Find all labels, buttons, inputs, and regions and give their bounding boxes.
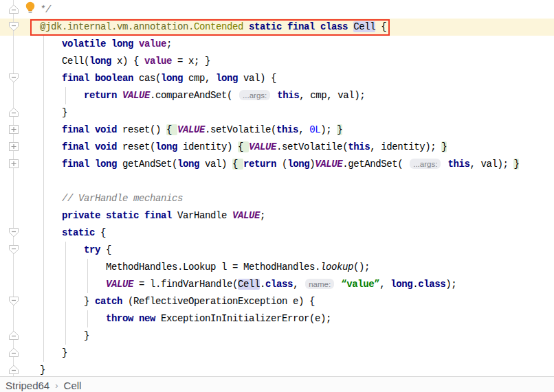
code-token: value: [139, 38, 166, 49]
code-token: val) {: [238, 73, 276, 84]
code-token: throw new: [106, 313, 155, 324]
code-token: private static final: [62, 210, 172, 221]
code-token: [18, 21, 40, 32]
code-token: lookup: [320, 262, 353, 273]
code-token: }: [18, 296, 95, 307]
code-token: x) {: [111, 56, 144, 67]
code-token: [18, 90, 84, 101]
code-token: static final class: [249, 21, 348, 32]
code-token: class: [265, 279, 293, 290]
code-line: try {: [18, 242, 519, 259]
code-token: long: [287, 159, 309, 170]
highlighted-identifier: Cell: [353, 21, 375, 32]
code-line: }: [18, 327, 519, 345]
fold-end-icon[interactable]: [8, 107, 19, 117]
code-line: final boolean cas(long cmp, long val) {: [18, 70, 519, 87]
code-token: [18, 210, 62, 221]
code-token: {: [232, 159, 243, 170]
code-token: }: [18, 330, 89, 341]
code-token: VALUE: [232, 210, 260, 221]
fold-start-icon[interactable]: [8, 73, 19, 83]
collapsed-icon[interactable]: [8, 124, 19, 135]
code-token: (ReflectiveOperationException e) {: [122, 296, 315, 307]
collapsed-icon[interactable]: [8, 159, 19, 169]
highlighted-identifier: Cell: [238, 279, 260, 290]
code-token: {: [95, 227, 106, 238]
inlay-hint: ...args:: [410, 159, 441, 169]
fold-end-icon[interactable]: [8, 4, 19, 14]
code-token: .setVolatile(: [276, 141, 348, 152]
code-token: );: [320, 124, 337, 135]
breadcrumb-item-striped64[interactable]: Striped64: [5, 380, 49, 391]
code-line: */: [18, 1, 519, 19]
code-token: [18, 244, 84, 255]
code-line: @jdk.internal.vm.annotation.Contended st…: [18, 19, 519, 36]
breadcrumb-item-cell[interactable]: Cell: [64, 380, 82, 391]
code-line: [18, 173, 519, 190]
code-token: [133, 38, 139, 49]
code-token: [18, 193, 62, 204]
code-token: [117, 90, 122, 101]
code-line: final void reset(long identity) { VALUE.…: [18, 139, 519, 156]
code-token: return: [84, 90, 117, 101]
code-token: VarHandle: [172, 210, 232, 221]
breadcrumb-separator-icon: ›: [55, 380, 58, 391]
code-token: long: [177, 159, 199, 170]
code-token: .: [412, 279, 418, 290]
code-token: .setVolatile(: [205, 124, 276, 135]
code-token: }: [513, 159, 519, 170]
code-line: throw new ExceptionInInitializerError(e)…: [18, 310, 519, 327]
fold-start-icon[interactable]: [8, 21, 19, 32]
fold-start-icon[interactable]: [8, 244, 19, 255]
code-line: }: [18, 104, 519, 122]
fold-start-icon[interactable]: [8, 296, 19, 306]
code-token: [18, 279, 106, 290]
code-token: }: [18, 347, 67, 358]
ide-editor-window: { "breadcrumbs": { "items": ["Striped64"…: [0, 0, 554, 392]
code-line: volatile long value;: [18, 36, 519, 53]
code-token: Cell(: [18, 56, 89, 67]
code-token: this: [276, 124, 298, 135]
code-token: ,: [379, 279, 390, 290]
code-token: }: [337, 124, 342, 135]
code-line: MethodHandles.Lookup l = MethodHandles.l…: [18, 259, 519, 276]
code-token: VALUE: [249, 141, 276, 152]
inlay-hint: ...args:: [239, 90, 270, 100]
code-token: value: [144, 56, 172, 67]
code-token: try: [84, 244, 100, 255]
code-token: [18, 159, 62, 170]
code-line: private static final VarHandle VALUE;: [18, 207, 519, 224]
code-token: .getAndSet(: [342, 159, 408, 170]
code-token: class: [418, 279, 445, 290]
fold-start-icon[interactable]: [8, 227, 19, 238]
code-token: final void: [62, 124, 117, 135]
code-token: long: [216, 73, 238, 84]
code-token: long: [390, 279, 412, 290]
code-token: VALUE: [315, 159, 342, 170]
collapsed-icon[interactable]: [8, 141, 19, 152]
breadcrumb: Striped64 › Cell: [0, 376, 554, 392]
code-token: @jdk.internal.vm.annotation.: [40, 21, 194, 32]
code-token: ExceptionInInitializerError(e);: [155, 313, 331, 324]
code-token: cmp,: [183, 73, 216, 84]
code-token: {: [100, 244, 111, 255]
code-token: reset(: [117, 141, 155, 152]
code-token: (: [276, 159, 287, 170]
code-editor[interactable]: */ @jdk.internal.vm.annotation.Contended…: [0, 0, 554, 376]
code-token: , identity);: [370, 141, 441, 152]
code-token: this: [277, 90, 299, 101]
code-token: “value”: [341, 279, 379, 290]
code-token: ();: [353, 262, 370, 273]
code-token: VALUE: [122, 90, 150, 101]
fold-end-icon[interactable]: [8, 330, 19, 341]
code-token: long: [89, 56, 111, 67]
code-token: = x; }: [172, 56, 210, 67]
fold-end-icon[interactable]: [8, 365, 19, 375]
code-token: identity): [177, 141, 238, 152]
code-token: val): [199, 159, 232, 170]
inlay-hint: name:: [305, 279, 334, 289]
code-token: long: [155, 141, 177, 152]
code-line: // VarHandle mechanics: [18, 190, 519, 207]
fold-end-icon[interactable]: [8, 347, 19, 358]
intention-bulb-icon[interactable]: [25, 1, 36, 14]
